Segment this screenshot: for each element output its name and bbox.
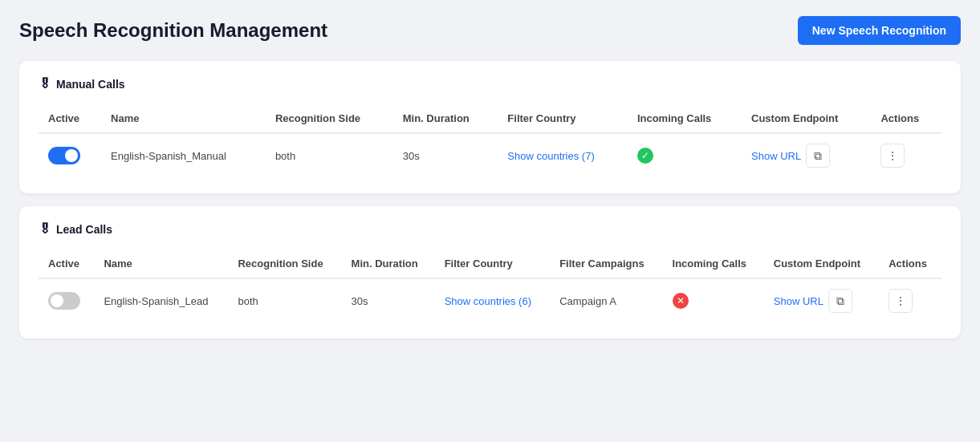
toggle-lead-0[interactable] (48, 292, 80, 310)
lead-calls-header-row: Active Name Recognition Side Min. Durati… (39, 249, 941, 278)
lead-calls-label: Lead Calls (56, 223, 112, 236)
new-speech-recognition-button[interactable]: New Speech Recognition (798, 16, 961, 45)
col-filter-country-lead: Filter Country (435, 249, 551, 278)
show-url-lead-0: Show URL (774, 295, 823, 307)
manual-row-0-actions: ⋮ (871, 133, 941, 177)
lead-row-0-actions: ⋮ (879, 278, 941, 322)
toggle-wrap-lead-0 (48, 292, 84, 310)
toggle-wrap-manual-0 (48, 147, 91, 164)
manual-row-0: English-Spanish_Manual both 30s Show cou… (39, 133, 941, 177)
copy-url-button-lead-0[interactable]: ⧉ (828, 289, 852, 313)
col-incoming-calls-manual: Incoming Calls (628, 104, 742, 133)
endpoint-group-manual-0: Show URL ⧉ (751, 144, 861, 168)
lead-row-0-name: English-Spanish_Lead (94, 278, 228, 322)
more-actions-button-lead-0[interactable]: ⋮ (889, 289, 913, 313)
lead-calls-card: 🎖 Lead Calls Active Name Recognition Sid… (19, 206, 961, 339)
lead-row-0-active (39, 278, 94, 322)
copy-url-button-manual-0[interactable]: ⧉ (806, 144, 830, 168)
manual-calls-header-row: Active Name Recognition Side Min. Durati… (39, 104, 941, 133)
manual-row-0-active (39, 133, 101, 177)
col-custom-endpoint-lead: Custom Endpoint (764, 249, 879, 278)
manual-calls-card: 🎖 Manual Calls Active Name Recognition S… (19, 61, 961, 193)
col-incoming-calls-lead: Incoming Calls (663, 249, 764, 278)
col-recognition-side-lead: Recognition Side (228, 249, 341, 278)
col-recognition-side-manual: Recognition Side (266, 104, 393, 133)
col-name-lead: Name (94, 249, 228, 278)
lead-calls-table: Active Name Recognition Side Min. Durati… (39, 249, 941, 322)
manual-row-0-filter-country[interactable]: Show countries (7) (498, 133, 628, 177)
lead-calls-icon: 🎖 (39, 222, 51, 237)
manual-row-0-recognition-side: both (266, 133, 393, 177)
manual-row-0-min-duration: 30s (393, 133, 498, 177)
manual-row-0-name: English-Spanish_Manual (101, 133, 266, 177)
incoming-calls-status-manual-0: ✓ (637, 148, 653, 164)
more-actions-button-manual-0[interactable]: ⋮ (880, 144, 905, 168)
lead-row-0-recognition-side: both (228, 278, 341, 322)
lead-row-0-custom-endpoint: Show URL ⧉ (764, 278, 879, 322)
col-min-duration-lead: Min. Duration (342, 249, 435, 278)
col-filter-country-manual: Filter Country (498, 104, 628, 133)
lead-row-0-incoming-calls: ✕ (663, 278, 764, 322)
incoming-calls-status-lead-0: ✕ (673, 293, 689, 309)
page-header: Speech Recognition Management New Speech… (19, 16, 961, 45)
endpoint-group-lead-0: Show URL ⧉ (774, 289, 869, 313)
col-active-lead: Active (39, 249, 94, 278)
manual-calls-table: Active Name Recognition Side Min. Durati… (39, 104, 941, 177)
manual-calls-section-title: 🎖 Manual Calls (39, 77, 941, 91)
col-actions-lead: Actions (879, 249, 941, 278)
manual-row-0-incoming-calls: ✓ (628, 133, 742, 177)
col-custom-endpoint-manual: Custom Endpoint (742, 104, 871, 133)
lead-row-0-min-duration: 30s (342, 278, 435, 322)
manual-calls-label: Manual Calls (56, 78, 125, 91)
lead-calls-section-title: 🎖 Lead Calls (39, 222, 941, 237)
page-title: Speech Recognition Management (19, 19, 327, 42)
lead-row-0-filter-campaigns: Campaign A (550, 278, 662, 322)
col-name-manual: Name (101, 104, 266, 133)
col-actions-manual: Actions (871, 104, 941, 133)
toggle-manual-0[interactable] (48, 147, 80, 164)
lead-row-0-filter-country[interactable]: Show countries (6) (435, 278, 551, 322)
lead-row-0: English-Spanish_Lead both 30s Show count… (39, 278, 941, 322)
col-min-duration-manual: Min. Duration (393, 104, 498, 133)
col-active-manual: Active (39, 104, 101, 133)
col-filter-campaigns-lead: Filter Campaigns (550, 249, 662, 278)
show-url-manual-0: Show URL (751, 150, 801, 162)
manual-row-0-custom-endpoint: Show URL ⧉ (742, 133, 871, 177)
manual-calls-icon: 🎖 (39, 77, 51, 91)
